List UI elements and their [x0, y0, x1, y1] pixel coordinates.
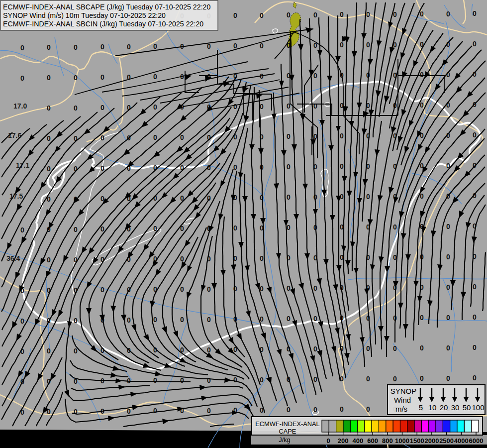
svg-text:0: 0 [47, 74, 51, 82]
svg-text:0: 0 [100, 286, 104, 294]
svg-text:0: 0 [340, 253, 344, 261]
svg-text:0: 0 [47, 347, 51, 355]
svg-text:0: 0 [100, 104, 104, 112]
svg-text:0: 0 [393, 375, 397, 383]
svg-text:0: 0 [340, 375, 344, 383]
svg-text:0: 0 [100, 73, 104, 81]
svg-text:0: 0 [366, 405, 370, 413]
svg-text:30: 30 [451, 403, 460, 412]
svg-text:SYNOP Wind (m/s) 10m Tuesday 0: SYNOP Wind (m/s) 10m Tuesday 07-10-2025 … [3, 11, 166, 19]
svg-text:0: 0 [207, 407, 211, 415]
svg-text:SYNOP: SYNOP [390, 387, 417, 395]
svg-text:4000: 4000 [454, 437, 469, 445]
svg-text:0: 0 [340, 223, 344, 231]
svg-text:0: 0 [420, 344, 424, 352]
svg-text:0: 0 [74, 104, 78, 112]
svg-text:J/kg: J/kg [279, 436, 290, 444]
svg-text:6000: 6000 [469, 437, 484, 445]
svg-text:0: 0 [420, 71, 424, 79]
svg-text:600: 600 [367, 437, 378, 445]
svg-text:17.0: 17.0 [13, 102, 27, 110]
svg-text:0: 0 [153, 316, 157, 324]
svg-text:0: 0 [180, 285, 184, 293]
svg-text:0: 0 [340, 10, 344, 18]
svg-text:0: 0 [420, 374, 424, 382]
svg-text:2500: 2500 [439, 437, 454, 445]
svg-text:0: 0 [340, 132, 344, 140]
svg-text:0: 0 [473, 131, 477, 139]
svg-text:0: 0 [313, 132, 317, 140]
svg-text:0: 0 [473, 313, 477, 321]
svg-text:0: 0 [153, 133, 157, 141]
svg-text:0: 0 [287, 193, 291, 201]
svg-text:ECMWF-INDEX-ANAL SBCAPE (J/kg): ECMWF-INDEX-ANAL SBCAPE (J/kg) Tuesday 0… [3, 3, 210, 11]
svg-text:0: 0 [153, 376, 157, 384]
svg-text:0: 0 [233, 11, 237, 19]
svg-text:0: 0 [420, 314, 424, 322]
svg-text:0: 0 [313, 102, 317, 110]
svg-text:0: 0 [446, 253, 450, 261]
svg-text:0: 0 [100, 43, 104, 51]
svg-text:0: 0 [446, 314, 450, 322]
svg-text:800: 800 [382, 437, 393, 445]
svg-text:0: 0 [233, 103, 237, 111]
svg-text:0: 0 [446, 223, 450, 230]
svg-text:0: 0 [287, 224, 291, 231]
svg-text:0: 0 [20, 226, 24, 234]
svg-text:0: 0 [366, 375, 370, 383]
svg-text:0: 0 [313, 406, 317, 414]
svg-text:1000: 1000 [395, 437, 409, 445]
svg-text:0: 0 [287, 11, 291, 19]
svg-text:0: 0 [74, 74, 78, 82]
svg-text:0: 0 [207, 376, 211, 384]
svg-text:ECMWF-INDEX-ANAL SBCIN (J/kg): ECMWF-INDEX-ANAL SBCIN (J/kg) Tuesday 07… [3, 20, 203, 28]
svg-text:0: 0 [446, 344, 450, 352]
svg-text:0: 0 [287, 406, 291, 414]
svg-text:0: 0 [260, 103, 264, 111]
svg-text:0: 0 [260, 376, 264, 384]
svg-text:0: 0 [313, 345, 317, 353]
svg-text:0: 0 [393, 10, 397, 18]
svg-text:0: 0 [233, 376, 237, 384]
svg-text:CAPE: CAPE [279, 428, 296, 435]
svg-text:0: 0 [473, 283, 477, 291]
svg-text:0: 0 [207, 285, 211, 293]
svg-text:2000: 2000 [424, 437, 439, 445]
svg-text:0: 0 [47, 134, 51, 142]
svg-text:10: 10 [428, 403, 437, 412]
svg-text:100: 100 [472, 403, 484, 412]
svg-text:ECMWF-INDEX-ANAL: ECMWF-INDEX-ANAL [255, 420, 319, 428]
svg-text:0: 0 [127, 43, 131, 51]
svg-text:0: 0 [74, 317, 78, 325]
svg-text:0: 0 [20, 44, 24, 52]
svg-text:0: 0 [207, 316, 211, 324]
svg-text:0: 0 [366, 193, 370, 201]
svg-text:0: 0 [74, 43, 78, 51]
svg-text:0: 0 [287, 284, 291, 292]
svg-text:0: 0 [153, 73, 157, 81]
svg-text:0: 0 [446, 10, 450, 18]
svg-text:0: 0 [313, 284, 317, 292]
svg-text:0: 0 [473, 343, 477, 351]
svg-text:0: 0 [313, 11, 317, 19]
svg-text:0: 0 [340, 162, 344, 170]
svg-text:0: 0 [366, 41, 370, 49]
svg-text:m/s: m/s [395, 405, 407, 413]
svg-text:0: 0 [20, 74, 24, 82]
svg-text:0: 0 [260, 11, 264, 19]
svg-text:0: 0 [446, 283, 450, 291]
svg-text:0: 0 [153, 42, 157, 50]
svg-text:0: 0 [473, 40, 477, 48]
svg-text:0: 0 [473, 9, 477, 17]
svg-text:0: 0 [260, 42, 264, 50]
svg-text:0: 0 [47, 43, 51, 51]
svg-text:0: 0 [180, 133, 184, 141]
svg-text:5: 5 [419, 403, 423, 412]
svg-text:0: 0 [180, 316, 184, 324]
svg-text:0: 0 [287, 163, 291, 171]
svg-text:0: 0 [233, 42, 237, 50]
svg-text:0: 0 [74, 225, 78, 233]
svg-text:0: 0 [260, 254, 264, 262]
svg-text:0: 0 [287, 315, 291, 323]
svg-text:0: 0 [100, 134, 104, 142]
